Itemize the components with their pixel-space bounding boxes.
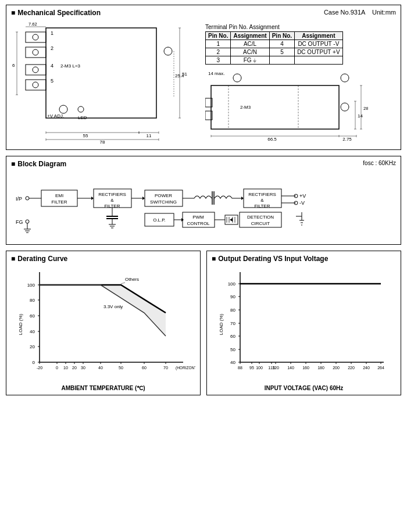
svg-text:LED: LED [78,115,87,120]
svg-marker-168 [40,285,166,336]
svg-text:90: 90 [230,294,235,299]
svg-line-170 [121,283,125,284]
derating-title: Derating Curve [11,255,195,263]
svg-text:220: 220 [348,366,355,370]
svg-text:78: 78 [100,140,105,144]
svg-point-100 [26,220,29,223]
svg-rect-0 [46,28,156,118]
case-number: Case No.931A [324,9,365,16]
svg-text:40: 40 [30,329,35,334]
svg-text:CIRCUIT: CIRCUIT [251,221,270,226]
col-header-assign1: Assignment [231,32,269,40]
svg-rect-4 [26,47,46,58]
derating-chart-svg: LOAD (%) 0 20 40 60 80 [11,266,195,383]
svg-text:2-M3 L=3: 2-M3 L=3 [60,63,81,69]
derating-curve-section: Derating Curve LOAD (%) 0 20 40 [6,251,201,395]
svg-text:50: 50 [230,347,235,352]
ip-label: I/P [16,196,22,202]
svg-rect-7 [26,65,46,75]
derating-title-label: Derating Curve [17,255,67,263]
svg-text:7.62: 7.62 [28,22,37,27]
svg-text:30: 30 [81,366,85,370]
output-derating-section: Output Derating VS Input Voltage LOAD (%… [206,251,401,395]
svg-text:PWM: PWM [192,215,204,220]
svg-point-2 [33,34,38,40]
top-drawing: 1 2 4 2-M3 L=3 5 [11,19,197,145]
col-header-assign2: Assignment [295,32,342,40]
svg-text:20: 20 [72,366,77,370]
top-view-svg: 1 2 4 2-M3 L=3 5 [11,19,197,144]
col-header-pin2: Pin No. [269,32,294,40]
terminal-table: Pin No. Assignment Pin No. Assignment 1 … [205,31,343,65]
svg-point-16 [78,106,84,112]
svg-text:25.4: 25.4 [175,73,184,78]
svg-text:&: & [260,198,264,203]
svg-point-14 [59,105,67,113]
table-row: 1 AC/L 4 DC OUTPUT -V [206,40,343,48]
mech-spec-title: Mechanical Specification [11,9,101,17]
svg-text:LOAD (%): LOAD (%) [219,313,224,335]
svg-text:Others: Others [125,277,139,282]
terminal-section: Terminal Pin No. Assignment Pin No. Assi… [205,24,396,65]
svg-text:-V: -V [299,200,305,206]
svg-text:88: 88 [238,366,242,370]
svg-text:100: 100 [256,366,263,370]
unit-info: Unit:mm [372,9,396,16]
svg-text:DETECTION: DETECTION [247,215,274,220]
svg-text:10: 10 [63,366,68,370]
svg-text:RECTIFIERS: RECTIFIERS [248,192,276,197]
mech-spec-section: Mechanical Specification Case No.931A Un… [6,5,401,150]
col-header-pin1: Pin No. [206,32,231,40]
svg-text:60: 60 [30,313,35,319]
svg-text:80: 80 [230,308,235,313]
svg-text:2.75: 2.75 [342,137,352,142]
right-panel: Terminal Pin No. Assignment Pin No. Assi… [205,19,396,146]
output-derating-svg: LOAD (%) 40 50 60 70 80 [212,266,396,383]
svg-marker-80 [142,197,145,200]
svg-text:2-M3: 2-M3 [240,105,251,110]
svg-text:160: 160 [302,366,309,370]
mech-spec-label: Mechanical Specification [17,9,101,17]
case-info: Case No.931A Unit:mm [324,9,396,16]
table-row: 2 AC/N 5 DC OUTPUT +V [206,48,343,56]
block-diagram-svg: I/P EMI FILTER RECTIFIERS & FILTER [11,173,395,240]
svg-text:60: 60 [142,366,147,370]
svg-text:FILTER: FILTER [255,203,270,209]
svg-text:0: 0 [33,360,35,365]
svg-point-5 [33,49,38,55]
svg-text:LOAD (%): LOAD (%) [18,313,23,335]
svg-text:180: 180 [317,366,324,370]
svg-text:2: 2 [51,45,53,51]
svg-point-8 [33,67,38,73]
svg-text:(HORIZONTAL): (HORIZONTAL) [176,366,195,370]
svg-text:40: 40 [230,360,235,365]
output-derating-title: Output Derating VS Input Voltage [212,255,396,263]
svg-text:20: 20 [30,344,35,349]
svg-text:3.3V only: 3.3V only [103,304,123,309]
svg-marker-123 [230,218,233,222]
svg-text:6: 6 [12,63,15,68]
svg-text:4: 4 [51,63,53,69]
charts-section: Derating Curve LOAD (%) 0 20 40 [6,251,401,395]
svg-text:28: 28 [363,106,368,111]
side-view-svg: 14 max. [205,69,368,145]
svg-text:-20: -20 [37,366,42,370]
svg-text:5: 5 [51,78,53,84]
svg-text:CONTROL: CONTROL [187,221,210,226]
svg-text:264: 264 [377,366,384,370]
svg-text:240: 240 [363,366,370,370]
svg-text:100: 100 [27,283,35,288]
svg-text:FG: FG [16,219,23,225]
svg-point-48 [341,74,349,82]
svg-text:14 max.: 14 max. [208,71,224,76]
svg-text:RECTIFIERS: RECTIFIERS [98,192,126,197]
svg-text:SWITCHING: SWITCHING [150,199,177,205]
svg-rect-11 [26,80,46,90]
svg-text:EMI: EMI [55,193,63,198]
svg-text:70: 70 [230,321,235,326]
svg-text:55: 55 [83,133,88,138]
svg-point-18 [164,47,172,55]
svg-text:14: 14 [358,113,363,119]
svg-text:O.L.P.: O.L.P. [153,217,166,223]
derating-x-label: AMBIENT TEMPERATURE (℃) [11,385,195,391]
